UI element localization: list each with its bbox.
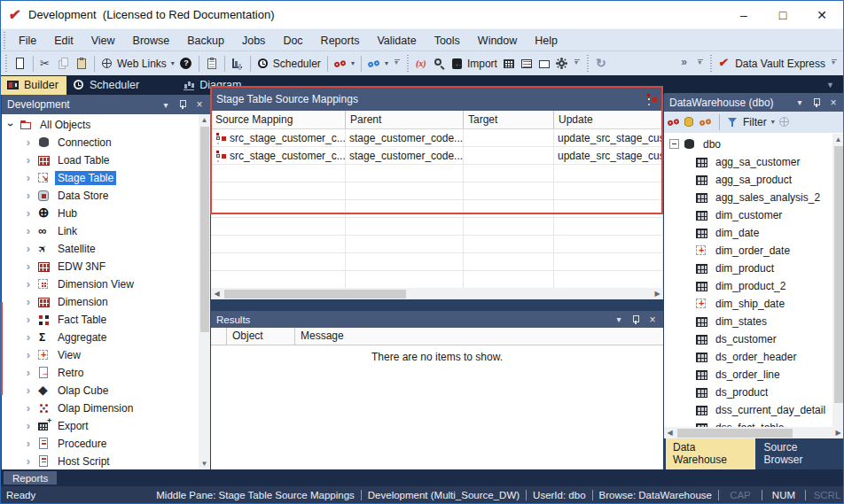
chevron-right-icon[interactable]: [23, 225, 34, 237]
tree-item-agg-sa-product[interactable]: agg_sa_product: [664, 171, 844, 189]
details-button[interactable]: [518, 56, 535, 72]
menu-doc[interactable]: Doc: [274, 32, 311, 50]
column-header-update[interactable]: Update: [554, 111, 663, 128]
menu-edit[interactable]: Edit: [45, 32, 82, 50]
glasses-blue-button[interactable]: ▾: [365, 56, 391, 72]
chevron-right-icon[interactable]: [23, 420, 34, 432]
search-button[interactable]: [431, 56, 449, 72]
tree-item-view[interactable]: View: [2, 346, 210, 364]
tree-item-dbo[interactable]: dbo: [664, 136, 844, 153]
refresh-button[interactable]: [593, 56, 611, 72]
scroll-right-icon[interactable]: ▶: [832, 427, 844, 438]
menu-window[interactable]: Window: [469, 32, 526, 50]
function-x-button[interactable]: [413, 56, 431, 72]
tree-item-edw-3nf[interactable]: EDW 3NF: [2, 258, 210, 275]
menu-reports[interactable]: Reports: [312, 32, 369, 50]
mapping-row[interactable]: src_stage_customer_c...stage_customer_co…: [211, 147, 663, 165]
menu-help[interactable]: Help: [526, 32, 567, 50]
tree-item-satellite[interactable]: Satellite: [2, 240, 210, 258]
scroll-up-icon[interactable]: ▲: [832, 134, 844, 145]
chevrons-right-button[interactable]: [676, 56, 694, 72]
chevron-right-icon[interactable]: [23, 190, 34, 202]
tab-scheduler[interactable]: Scheduler: [66, 76, 147, 95]
tree-item-retro[interactable]: Retro: [2, 364, 210, 382]
toolbar-grip[interactable]: [586, 55, 590, 73]
tree-item-dss-fact-table[interactable]: dss_fact_table: [664, 419, 844, 428]
pin-icon[interactable]: [812, 97, 821, 108]
tab-reports[interactable]: Reports: [4, 471, 57, 485]
clipboard-button[interactable]: [203, 56, 221, 72]
chevron-down-icon[interactable]: ▼: [826, 81, 834, 89]
help-button[interactable]: [177, 56, 195, 72]
chevron-right-icon[interactable]: [23, 154, 34, 167]
overflow-button[interactable]: [828, 56, 841, 72]
pin-icon[interactable]: [178, 99, 187, 110]
tree-item-ds-order-header[interactable]: ds_order_header: [664, 348, 844, 366]
left-tree-scrollbar[interactable]: ▲ ▼: [199, 114, 210, 469]
toolbar-grip[interactable]: [709, 55, 713, 73]
tree-item-ds-product[interactable]: ds_product: [664, 384, 844, 401]
glasses-red-button[interactable]: ▾: [332, 56, 357, 72]
tree-item-host-script[interactable]: Host Script: [2, 453, 210, 470]
pin-icon[interactable]: [631, 314, 640, 325]
gear-button[interactable]: [553, 56, 571, 72]
scrollbar-thumb[interactable]: [834, 146, 843, 403]
tree-item-dim-product[interactable]: dim_product: [664, 260, 844, 277]
chevron-right-icon[interactable]: [23, 402, 34, 415]
minimize-button[interactable]: –: [724, 1, 763, 28]
tree-item-dim-order-date[interactable]: dim_order_date: [664, 242, 844, 260]
chevron-right-icon[interactable]: [23, 349, 34, 361]
tree-item-stage-table[interactable]: Stage Table: [2, 169, 210, 187]
tree-item-dim-ship-date[interactable]: dim_ship_date: [664, 295, 844, 313]
scroll-left-icon[interactable]: ◀: [211, 288, 223, 299]
toolbar-grip[interactable]: [406, 55, 410, 73]
panel-menu-icon[interactable]: [160, 100, 171, 110]
paste-button[interactable]: [73, 56, 90, 72]
menu-browse[interactable]: Browse: [124, 32, 179, 50]
right-hscrollbar[interactable]: ◀ ▶: [664, 427, 844, 438]
tree-item-dim-states[interactable]: dim_states: [664, 313, 844, 330]
new-document-button[interactable]: [12, 56, 29, 72]
overflow-button[interactable]: [571, 56, 584, 72]
scroll-down-icon[interactable]: ▼: [199, 458, 210, 469]
tree-item-connection[interactable]: Connection: [2, 134, 210, 151]
scrollbar-thumb[interactable]: [224, 290, 406, 299]
chevron-right-icon[interactable]: [23, 455, 34, 468]
menu-jobs[interactable]: Jobs: [233, 32, 274, 50]
chevron-right-icon[interactable]: [23, 331, 34, 344]
tree-item-dim-product-2[interactable]: dim_product_2: [664, 277, 844, 295]
tree-item-dim-date[interactable]: dim_date: [664, 224, 844, 242]
database-icon[interactable]: [684, 116, 696, 128]
tab-data-warehouse[interactable]: Data Warehouse: [666, 438, 755, 469]
cut-button[interactable]: [37, 56, 55, 72]
chevron-right-icon[interactable]: [23, 314, 34, 326]
chevron-right-icon[interactable]: [23, 172, 34, 184]
window-button[interactable]: [535, 56, 553, 72]
maximize-button[interactable]: □: [763, 1, 802, 28]
close-icon[interactable]: [828, 97, 839, 109]
scrollbar-thumb[interactable]: [200, 127, 209, 332]
dropdown-arrow-icon[interactable]: ▾: [351, 59, 355, 67]
close-icon[interactable]: [194, 98, 205, 111]
grid-button[interactable]: [500, 56, 518, 72]
column-header-parent[interactable]: Parent: [346, 111, 464, 128]
tree-item-dss-current-day-detail[interactable]: dss_current_day_detail: [664, 401, 844, 419]
dropdown-arrow-icon[interactable]: ▾: [171, 59, 175, 67]
overflow-button[interactable]: [391, 56, 404, 72]
collapse-box-icon[interactable]: [669, 139, 679, 149]
dropdown-arrow-icon[interactable]: ▾: [385, 59, 388, 67]
tree-item-load-table[interactable]: Load Table: [2, 151, 210, 169]
tree-item-aggregate[interactable]: Aggregate: [2, 329, 210, 346]
clock-button[interactable]: Scheduler: [254, 56, 324, 72]
chevron-right-icon[interactable]: [23, 260, 34, 273]
dropdown-arrow-icon[interactable]: ▾: [771, 118, 775, 126]
tree-item-fact-table[interactable]: Fact Table: [2, 311, 210, 329]
bar-chart-button[interactable]: [229, 56, 246, 72]
menu-view[interactable]: View: [82, 32, 124, 50]
panel-menu-icon[interactable]: [613, 314, 624, 324]
import-button[interactable]: Import: [449, 56, 500, 72]
globe-button[interactable]: Web Links▾: [98, 56, 177, 72]
menu-backup[interactable]: Backup: [178, 32, 233, 50]
chevron-right-icon[interactable]: [23, 384, 34, 397]
chevron-right-icon[interactable]: [23, 296, 34, 308]
